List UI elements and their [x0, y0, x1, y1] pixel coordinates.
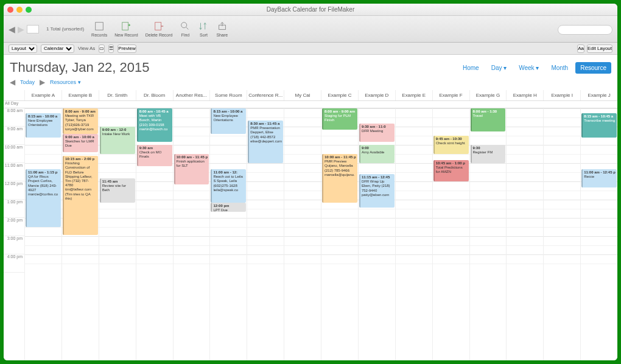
calendar-event[interactable]: 8:15 am - 10:00 aNew Employee Orientatio…	[211, 108, 246, 134]
prev-arrow-icon[interactable]: ◀	[10, 78, 15, 86]
calendar-event[interactable]: 11:00 am - 1:15 pQA for Risus Project Co…	[26, 169, 61, 227]
calendar-event[interactable]: 8:30 am - 11:45 aPMR Presentation Depper…	[248, 121, 283, 163]
calendar-event[interactable]: 10:45 am - 1:00 pTotal Predictions for A…	[433, 160, 469, 181]
resource-column[interactable]: 8:00 am - 9:00 amMeeting with TKR Tyber,…	[61, 108, 99, 360]
zoom-icon[interactable]	[26, 7, 32, 13]
view-form-button[interactable]: ▭	[99, 44, 105, 53]
column-header[interactable]: Example B	[61, 90, 99, 100]
column-header[interactable]: Conference R...	[247, 90, 284, 100]
column-header[interactable]: Example G	[469, 90, 507, 100]
new-record-icon	[121, 21, 132, 32]
resource-column[interactable]: 8:30 am - 11:45 aPMR Presentation Depper…	[247, 108, 284, 360]
sort-button[interactable]: Sort	[198, 21, 209, 37]
view-as-label: View As	[78, 46, 95, 51]
resource-column[interactable]: 8:15 am - 10:45 aTranscribe meeting11:00…	[580, 108, 617, 360]
resource-column[interactable]: 8:00 am - 9:00 amStaging for PLM Finish1…	[321, 108, 358, 360]
calendar-event[interactable]: 8:00 am - 1:30Travel	[471, 108, 506, 131]
time-slot: 3:00 pm	[4, 236, 24, 254]
calendar-event[interactable]: 10:15 am - 2:00 pFinishing Construction …	[63, 156, 98, 235]
calendar-event[interactable]: 8:15 am - 10:00 aNew Employee Orientatio…	[26, 113, 61, 138]
share-button[interactable]: Share	[216, 21, 228, 37]
calendar-event[interactable]: 9:00Amy Available	[359, 145, 395, 163]
column-header[interactable]: Example F	[432, 90, 469, 100]
next-arrow-icon[interactable]: ▶	[40, 78, 45, 86]
record-number-input[interactable]	[27, 25, 39, 33]
column-header[interactable]: Another Res...	[173, 90, 210, 100]
column-header[interactable]: Example J	[580, 90, 617, 100]
calendar-event[interactable]: 11:00 am - 12:Reach out to Leila S Speak…	[211, 169, 246, 203]
resource-column[interactable]: 8:15 am - 10:00 aNew Employee Orientatio…	[209, 108, 247, 360]
resource-column[interactable]	[395, 108, 432, 360]
sort-icon	[198, 21, 209, 32]
titlebar: DayBack Calendar for FileMaker	[4, 4, 617, 16]
find-button[interactable]: Find	[180, 21, 191, 37]
new-record-button[interactable]: New Record	[114, 21, 138, 37]
calendar-event[interactable]: 9:30 amCheck on MO Finals	[137, 145, 172, 166]
view-list-button[interactable]: ☰	[108, 44, 114, 53]
resource-column[interactable]: 9:30 am - 11:0DFR Meeting9:00Amy Availab…	[358, 108, 395, 360]
calendar-event[interactable]: 9:00 am - 10:00 aSketches for LMR Due	[63, 134, 98, 152]
resources-dropdown[interactable]: Resources ▾	[50, 79, 81, 85]
column-header[interactable]: My Cal	[284, 90, 321, 100]
resource-link[interactable]: Resource	[575, 62, 611, 74]
column-header[interactable]: Example A	[24, 90, 61, 100]
calendar-select[interactable]: Calendar	[41, 44, 74, 53]
calendar-event[interactable]: 8:00 am - 10:45 aMeet with VB Bosch, Mar…	[137, 108, 172, 142]
column-header[interactable]: Dr. Bloom	[136, 90, 173, 100]
resource-column[interactable]: 8:15 am - 10:00 aNew Employee Orientatio…	[24, 108, 61, 360]
calendar-event[interactable]: 11:00 am - 12:45 pRecce	[581, 169, 617, 187]
calendar-event[interactable]: 11:15 am - 12:45DFR Wrap Up Eben, Patty …	[359, 174, 395, 208]
time-slot: 9:00 am	[4, 127, 24, 145]
column-header[interactable]: Example I	[543, 90, 580, 100]
minimize-icon[interactable]	[16, 7, 23, 13]
calendar-event[interactable]: 9:00 am - 12:0Intake New Work	[100, 127, 135, 154]
resource-column[interactable]	[284, 108, 321, 360]
calendar-event[interactable]: 9:45 am - 10:30Check stmt height	[433, 136, 469, 154]
calendar-event[interactable]: 8:00 am - 9:00 amMeeting with TKR Tyber,…	[63, 108, 98, 134]
column-header[interactable]: Dr. Smith	[99, 90, 136, 100]
delete-record-icon	[153, 21, 164, 32]
header-row: Thursday, Jan 22, 2015 Home Day ▾ Week ▾…	[4, 55, 617, 77]
resource-column[interactable]: 9:45 am - 10:30Check stmt height10:45 am…	[432, 108, 469, 360]
column-header[interactable]: Example D	[358, 90, 395, 100]
formatting-button[interactable]: Aa	[577, 44, 584, 53]
records-button[interactable]: Records	[91, 21, 107, 37]
resource-column[interactable]: 10:00 am - 11:45 pFinish application for…	[173, 108, 210, 360]
today-link[interactable]: Today	[20, 79, 35, 85]
column-header[interactable]: Example H	[506, 90, 543, 100]
calendar-event[interactable]: 8:15 am - 10:45 aTranscribe meeting	[581, 113, 617, 138]
delete-record-button[interactable]: Delete Record	[146, 21, 173, 37]
forward-icon[interactable]: ▶	[18, 24, 24, 34]
time-slot: 4:00 pm	[4, 254, 24, 273]
calendar-event[interactable]: 9:30Register FM	[471, 145, 506, 163]
home-link[interactable]: Home	[458, 62, 484, 74]
column-header[interactable]: Example C	[321, 90, 358, 100]
column-header[interactable]: Some Room	[209, 90, 247, 100]
back-icon[interactable]: ◀	[9, 24, 15, 34]
week-link[interactable]: Week ▾	[514, 62, 544, 74]
resource-column[interactable]	[543, 108, 580, 360]
calendar-event[interactable]: 10:00 am - 11:45 pFinish application for…	[174, 154, 209, 184]
calendar-event[interactable]: 9:30 am - 11:0DFR Meeting	[359, 124, 395, 142]
column-header[interactable]: Example E	[395, 90, 432, 100]
layout-select[interactable]: Layout	[9, 44, 37, 53]
preview-button[interactable]: Preview	[118, 44, 136, 53]
resource-column[interactable]: 9:00 am - 12:0Intake New Work11:45 amRev…	[99, 108, 136, 360]
resource-column[interactable]	[506, 108, 543, 360]
search-input[interactable]	[558, 25, 612, 35]
calendar-event[interactable]: 8:00 am - 9:00 amStaging for PLM Finish	[322, 108, 357, 130]
close-icon[interactable]	[7, 7, 13, 13]
time-slot: 11:00 am	[4, 163, 24, 181]
record-totals: 1 Total (unsorted)	[46, 26, 84, 32]
calendar-event[interactable]: 10:00 am - 11:45 pPMR Preview Quijano, M…	[322, 154, 357, 203]
sub-nav: ◀ Today ▶ Resources ▾	[4, 77, 617, 90]
calendar-event[interactable]: 11:45 amReview site for Beth	[100, 178, 135, 203]
calendar-event[interactable]: 12:00 pmLPT Due	[211, 203, 246, 212]
resource-column[interactable]: 8:00 am - 10:45 aMeet with VB Bosch, Mar…	[136, 108, 173, 360]
resource-column[interactable]: 8:00 am - 1:30Travel9:30Register FM	[469, 108, 507, 360]
day-link[interactable]: Day ▾	[486, 62, 512, 74]
month-link[interactable]: Month	[546, 62, 573, 74]
window-controls	[7, 7, 32, 13]
time-slot: 10:00 am	[4, 145, 24, 163]
edit-layout-button[interactable]: Edit Layout	[587, 44, 612, 53]
